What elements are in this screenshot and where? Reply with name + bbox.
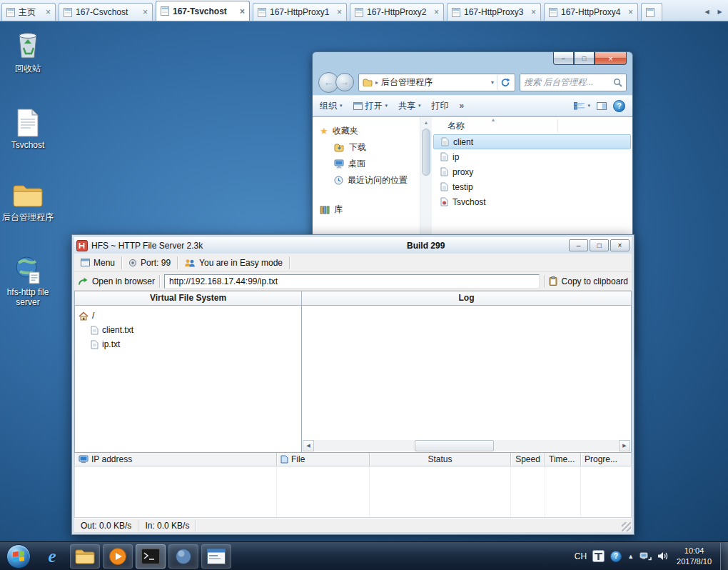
taskbar-item-media-player[interactable]	[103, 544, 133, 569]
vfs-root-item[interactable]: /	[79, 309, 298, 323]
tab-close-icon[interactable]: ×	[240, 7, 245, 16]
scroll-up-icon[interactable]: ▲	[420, 117, 432, 128]
tab-167-httpproxy3[interactable]: 167-HttpProxy3 ×	[447, 3, 541, 21]
tab-close-icon[interactable]: ×	[143, 8, 148, 16]
tab-home[interactable]: 主页 ×	[1, 3, 56, 21]
network-icon[interactable]	[639, 551, 652, 561]
log-panel-header: Log	[302, 291, 632, 306]
preview-pane-button[interactable]	[597, 102, 607, 110]
desktop-icon-tsvchost[interactable]: Tsvchost	[0, 104, 56, 150]
file-row-client[interactable]: client	[433, 134, 631, 149]
window-app-icon	[207, 549, 226, 564]
name-column-header[interactable]: ▴ 名称	[432, 117, 632, 134]
sidebar-item-favorites[interactable]: ★ 收藏夹	[313, 123, 420, 139]
show-desktop-button[interactable]	[720, 542, 728, 570]
tab-167-tsvchost-active[interactable]: 167-Tsvchost ×	[156, 1, 250, 21]
taskbar-item-explorer[interactable]	[70, 544, 100, 569]
column-speed[interactable]: Speed	[511, 453, 545, 466]
easy-mode-button[interactable]: You are in Easy mode	[178, 254, 289, 271]
speaker-icon[interactable]	[657, 551, 668, 561]
language-indicator[interactable]: CH	[575, 551, 587, 561]
desktop-icon-hfs[interactable]: hfs-http file server	[0, 251, 56, 307]
tab-scroll-left-icon[interactable]: ◀	[702, 4, 712, 19]
ime-icon[interactable]	[592, 550, 605, 562]
sidebar-item-downloads[interactable]: 下载	[313, 139, 420, 156]
tab-close-icon[interactable]: ×	[46, 8, 51, 16]
column-status[interactable]: Status	[370, 453, 511, 466]
help-icon[interactable]: ?	[613, 100, 625, 112]
tab-167-csvchost[interactable]: 167-Csvchost ×	[59, 3, 153, 21]
taskbar-item-app-window[interactable]	[201, 544, 231, 569]
windows-logo-icon	[6, 544, 31, 569]
forward-button[interactable]: →	[335, 73, 354, 91]
desktop-icon-recycle-bin[interactable]: 回收站	[0, 27, 56, 75]
file-row-ip[interactable]: ip	[433, 149, 631, 164]
tab-167-httpproxy4[interactable]: 167-HttpProxy4 ×	[544, 3, 638, 21]
tab-scroll-right-icon[interactable]: ▶	[714, 4, 725, 19]
scrollbar-thumb[interactable]	[422, 129, 430, 176]
print-button[interactable]: 打印	[432, 100, 449, 112]
vfs-item-ip[interactable]: ip.txt	[79, 337, 298, 351]
open-button[interactable]: 打开 ▾	[353, 100, 388, 112]
share-button[interactable]: 共享 ▾	[398, 100, 421, 112]
scrollbar-thumb[interactable]	[415, 440, 494, 451]
maximize-button[interactable]: □	[574, 52, 595, 65]
start-button[interactable]	[1, 542, 36, 570]
column-progress[interactable]: Progre...	[581, 453, 631, 466]
open-in-browser-button[interactable]: Open in browser	[92, 276, 155, 286]
copy-to-clipboard-button[interactable]: Copy to clipboard	[562, 276, 628, 286]
search-input[interactable]: 搜索 后台管理程...	[520, 74, 627, 91]
recent-label: 最近访问的位置	[348, 174, 408, 186]
taskbar-clock[interactable]: 10:04 2017/8/10	[674, 546, 714, 566]
file-row-tsvchost[interactable]: Tsvchost	[433, 194, 631, 209]
minimize-button[interactable]: –	[569, 239, 588, 251]
tab-close-icon[interactable]: ×	[337, 8, 342, 16]
organize-button[interactable]: 组织 ▾	[320, 100, 343, 112]
share-label: 共享	[398, 100, 415, 112]
column-ip-address[interactable]: IP address	[75, 453, 277, 466]
close-button[interactable]: ×	[595, 52, 627, 65]
menu-button[interactable]: Menu	[74, 254, 121, 271]
log-horizontal-scrollbar[interactable]: ◀ ▶	[303, 440, 630, 451]
hidden-icons-arrow-icon[interactable]: ▲	[627, 553, 634, 560]
resize-grip[interactable]	[622, 522, 631, 531]
sidebar-item-desktop[interactable]: 桌面	[313, 156, 420, 172]
scroll-left-icon[interactable]: ◀	[303, 440, 314, 451]
refresh-button[interactable]	[497, 75, 513, 90]
taskbar-item-app-sphere[interactable]	[168, 544, 198, 569]
hfs-title-bar[interactable]: HFS ~ HTTP File Server 2.3k Build 299 – …	[74, 237, 632, 254]
taskbar-item-internet-explorer[interactable]: e	[37, 544, 67, 569]
minimize-button[interactable]: –	[553, 52, 574, 65]
scroll-right-icon[interactable]: ▶	[619, 440, 630, 451]
log-panel[interactable]: ◀ ▶	[302, 306, 632, 453]
maximize-button[interactable]: □	[590, 239, 609, 251]
close-button[interactable]: ×	[610, 239, 630, 251]
breadcrumb[interactable]: 后台管理程序	[381, 76, 433, 89]
address-dropdown-icon[interactable]: ▾	[491, 79, 494, 86]
vfs-item-client[interactable]: client.txt	[79, 323, 298, 337]
file-icon	[280, 455, 288, 464]
toolbar-overflow-icon[interactable]: »	[460, 101, 465, 111]
file-row-proxy[interactable]: proxy	[433, 164, 631, 179]
tab-close-icon[interactable]: ×	[628, 8, 633, 16]
port-button[interactable]: Port: 99	[122, 254, 177, 271]
tab-close-icon[interactable]: ×	[434, 8, 439, 16]
taskbar: e CH ? ▲ 10:04 2017/8/10	[0, 541, 728, 570]
tray-help-icon[interactable]: ?	[610, 551, 622, 562]
tab-167-httpproxy2[interactable]: 167-HttpProxy2 ×	[350, 3, 444, 21]
sidebar-item-libraries[interactable]: 库	[313, 201, 420, 218]
url-field[interactable]: http://192.168.17.44:99/ip.txt	[164, 274, 540, 289]
file-row-testip[interactable]: testip	[433, 179, 631, 194]
tab-close-icon[interactable]: ×	[531, 8, 536, 16]
taskbar-item-command-prompt[interactable]	[136, 544, 166, 569]
tab-167-httpproxy1[interactable]: 167-HttpProxy1 ×	[253, 3, 347, 21]
text-file-icon	[440, 167, 448, 176]
tab-partial[interactable]	[641, 3, 662, 21]
views-button[interactable]: ▾	[574, 102, 590, 110]
sidebar-item-recent[interactable]: 最近访问的位置	[313, 172, 420, 189]
address-bar[interactable]: ▸ 后台管理程序 ▾	[358, 74, 515, 91]
column-time[interactable]: Time...	[545, 453, 581, 466]
column-file[interactable]: File	[277, 453, 370, 466]
desktop-icon-admin-folder[interactable]: 后台管理程序	[0, 176, 56, 224]
virtual-file-system-tree[interactable]: / client.txt ip.txt	[74, 306, 302, 453]
